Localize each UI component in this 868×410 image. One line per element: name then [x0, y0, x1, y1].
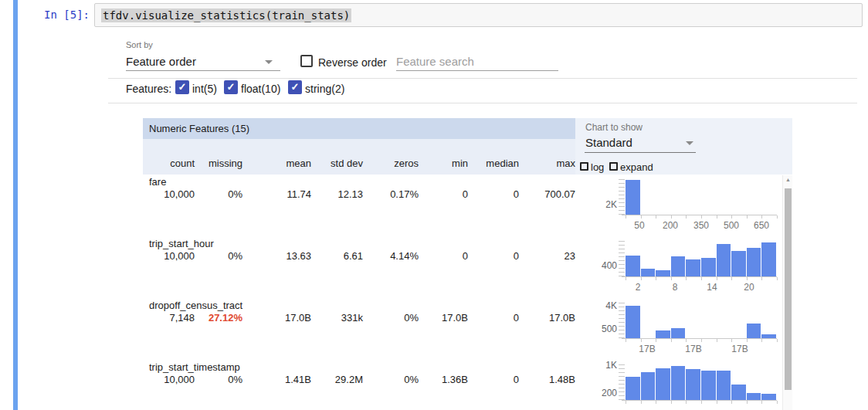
table-header-row: countmissingmeanstd devzerosminmedianmax — [143, 139, 575, 175]
float-filter-label: float(10) — [241, 83, 280, 95]
histogram-bar — [701, 258, 716, 276]
code-cell-input[interactable]: tfdv.visualize_statistics(train_stats) — [94, 3, 863, 27]
table-title: Numeric Features (15) — [143, 118, 575, 139]
x-axis-label: 17B — [639, 344, 655, 354]
histogram-dropoff_census_tract: 4K50017B17B17B — [583, 299, 782, 361]
sort-by-dropdown[interactable]: Feature order — [126, 55, 196, 68]
x-axis-label: 20 — [744, 282, 754, 293]
scrollbar-thumb[interactable] — [785, 188, 792, 390]
x-axis-label: 2 — [636, 282, 641, 293]
histogram-bar — [686, 259, 700, 276]
y-axis-label: 500 — [583, 324, 617, 334]
stat-value: 27.12% — [195, 312, 242, 324]
stat-value: 17.0B — [242, 312, 311, 324]
column-header: min — [419, 158, 468, 169]
histogram-trip_start_timestamp: 1K200 — [583, 361, 782, 410]
stat-value: 0% — [195, 374, 242, 385]
chevron-down-icon[interactable] — [265, 60, 273, 64]
stat-value: 4.14% — [363, 250, 419, 262]
histogram-bar — [761, 394, 776, 400]
stat-value: 11.74 — [242, 188, 311, 200]
feature-search-input[interactable] — [396, 53, 558, 71]
log-label: log — [591, 161, 604, 173]
divider — [108, 103, 857, 103]
charts-scrollbar[interactable]: ▲ — [782, 175, 792, 410]
stat-value: 1.36B — [419, 374, 468, 385]
histogram-trip_start_hour: 400281420 — [583, 237, 782, 299]
y-axis-label: 4K — [583, 300, 617, 311]
stat-value: 0% — [195, 250, 242, 262]
stat-value: 6.61 — [311, 250, 363, 262]
histogram-bar — [747, 393, 761, 400]
stat-value: 10,000 — [146, 250, 195, 262]
check-icon: ✓ — [178, 81, 187, 93]
numeric-features-table: Numeric Features (15) countmissingmeanst… — [143, 118, 575, 410]
x-axis-ticks — [626, 277, 778, 280]
string-filter-checkbox[interactable]: ✓ — [288, 80, 302, 94]
column-header: median — [468, 158, 519, 169]
chevron-down-icon[interactable] — [686, 141, 693, 145]
chart-dropdown-underline — [585, 152, 696, 153]
table-row: trip_start_timestamp10,0000%1.41B29.2M0%… — [143, 360, 575, 410]
feature-name: fare — [143, 175, 575, 188]
x-axis-label: 500 — [724, 220, 739, 231]
stat-value: 12.13 — [311, 188, 363, 200]
int-filter-checkbox[interactable]: ✓ — [175, 80, 189, 94]
stat-value: 0 — [419, 188, 468, 200]
chart-to-show-label: Chart to show — [585, 122, 643, 133]
reverse-order-label: Reverse order — [318, 56, 387, 69]
histogram-bar — [717, 371, 731, 400]
histogram-bar — [731, 385, 746, 400]
chart-to-show-panel: Chart to show Standard log expand — [575, 118, 792, 175]
scroll-up-icon[interactable]: ▲ — [783, 177, 793, 182]
histogram-bar — [641, 269, 656, 276]
feature-name: trip_start_hour — [143, 236, 575, 250]
histogram-bar — [626, 256, 640, 276]
stat-value: 0 — [419, 250, 468, 262]
y-axis-label: 1K — [583, 360, 617, 371]
reverse-order-checkbox[interactable] — [300, 55, 313, 67]
histogram-bar — [626, 306, 640, 338]
histogram-bar — [747, 324, 761, 338]
stat-value: 331k — [311, 312, 363, 324]
histogram-bar — [701, 371, 716, 400]
chart-to-show-dropdown[interactable]: Standard — [585, 136, 632, 149]
histogram-bar — [761, 334, 776, 338]
histogram-bar — [671, 328, 686, 338]
column-header: mean — [242, 158, 311, 169]
y-axis-ticks — [619, 176, 625, 215]
float-filter-checkbox[interactable]: ✓ — [224, 80, 238, 94]
expand-label: expand — [620, 161, 653, 173]
y-axis-label: 2K — [583, 199, 617, 210]
y-axis-ticks — [619, 238, 625, 276]
feature-stats: 10,0000%11.7412.130.17%00700.07 — [143, 188, 575, 200]
input-prompt: In [5]: — [44, 8, 90, 21]
column-header: missing — [195, 158, 242, 169]
stat-value: 700.07 — [519, 188, 575, 200]
code-text[interactable]: tfdv.visualize_statistics(train_stats) — [101, 8, 351, 22]
expand-checkbox[interactable] — [609, 162, 618, 171]
table-row: fare10,0000%11.7412.130.17%00700.07 — [143, 175, 575, 236]
x-axis-label: 50 — [634, 220, 644, 231]
x-axis-label: 8 — [673, 282, 678, 293]
histogram-bar — [656, 368, 670, 400]
histograms-column: 2K502003505006504002814204K50017B17B17B1… — [583, 175, 782, 410]
histogram-bar — [671, 256, 686, 276]
histogram-bar — [686, 369, 700, 400]
notebook-output-page: In [5]: tfdv.visualize_statistics(train_… — [0, 0, 868, 410]
stat-value: 23 — [519, 250, 575, 262]
y-axis-label: 200 — [583, 388, 617, 398]
histogram-fare: 2K50200350500650 — [583, 175, 782, 237]
log-checkbox[interactable] — [580, 162, 588, 171]
feature-name: dropoff_census_tract — [143, 298, 575, 312]
stat-value: 0% — [195, 188, 242, 200]
histogram-bar — [761, 242, 776, 276]
column-header: count — [146, 158, 195, 169]
cell-selection-bar[interactable] — [13, 0, 18, 410]
column-header: zeros — [363, 158, 419, 169]
x-axis-label: 17B — [731, 344, 748, 354]
x-axis-label: 14 — [707, 282, 717, 293]
x-axis-ticks — [626, 401, 778, 404]
histogram-bar — [717, 244, 731, 276]
histogram-bar — [626, 180, 640, 215]
